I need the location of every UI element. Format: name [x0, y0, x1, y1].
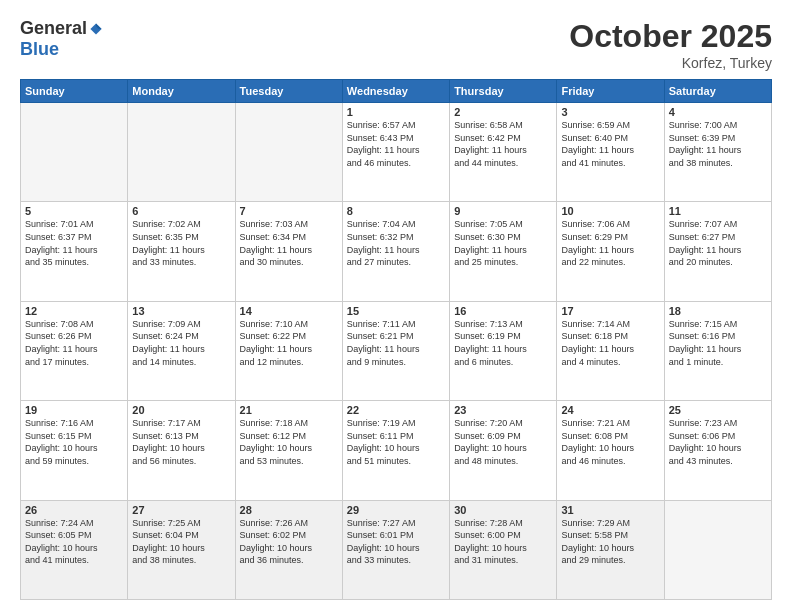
- table-row: [21, 103, 128, 202]
- day-number: 17: [561, 305, 659, 317]
- table-row: 16Sunrise: 7:13 AM Sunset: 6:19 PM Dayli…: [450, 301, 557, 400]
- day-number: 20: [132, 404, 230, 416]
- table-row: 5Sunrise: 7:01 AM Sunset: 6:37 PM Daylig…: [21, 202, 128, 301]
- table-row: 3Sunrise: 6:59 AM Sunset: 6:40 PM Daylig…: [557, 103, 664, 202]
- table-row: 2Sunrise: 6:58 AM Sunset: 6:42 PM Daylig…: [450, 103, 557, 202]
- day-info: Sunrise: 7:28 AM Sunset: 6:00 PM Dayligh…: [454, 517, 552, 567]
- day-info: Sunrise: 7:09 AM Sunset: 6:24 PM Dayligh…: [132, 318, 230, 368]
- day-number: 16: [454, 305, 552, 317]
- day-number: 19: [25, 404, 123, 416]
- day-info: Sunrise: 7:26 AM Sunset: 6:02 PM Dayligh…: [240, 517, 338, 567]
- day-number: 11: [669, 205, 767, 217]
- table-row: 20Sunrise: 7:17 AM Sunset: 6:13 PM Dayli…: [128, 401, 235, 500]
- table-row: 13Sunrise: 7:09 AM Sunset: 6:24 PM Dayli…: [128, 301, 235, 400]
- table-row: 22Sunrise: 7:19 AM Sunset: 6:11 PM Dayli…: [342, 401, 449, 500]
- day-number: 3: [561, 106, 659, 118]
- day-info: Sunrise: 7:15 AM Sunset: 6:16 PM Dayligh…: [669, 318, 767, 368]
- day-number: 15: [347, 305, 445, 317]
- day-info: Sunrise: 6:57 AM Sunset: 6:43 PM Dayligh…: [347, 119, 445, 169]
- day-number: 26: [25, 504, 123, 516]
- calendar-week-row: 1Sunrise: 6:57 AM Sunset: 6:43 PM Daylig…: [21, 103, 772, 202]
- logo: General Blue: [20, 18, 103, 60]
- page: General Blue October 2025 Korfez, Turkey…: [0, 0, 792, 612]
- day-info: Sunrise: 7:21 AM Sunset: 6:08 PM Dayligh…: [561, 417, 659, 467]
- day-info: Sunrise: 7:29 AM Sunset: 5:58 PM Dayligh…: [561, 517, 659, 567]
- table-row: 25Sunrise: 7:23 AM Sunset: 6:06 PM Dayli…: [664, 401, 771, 500]
- header-saturday: Saturday: [664, 80, 771, 103]
- calendar-week-row: 19Sunrise: 7:16 AM Sunset: 6:15 PM Dayli…: [21, 401, 772, 500]
- table-row: 23Sunrise: 7:20 AM Sunset: 6:09 PM Dayli…: [450, 401, 557, 500]
- table-row: 24Sunrise: 7:21 AM Sunset: 6:08 PM Dayli…: [557, 401, 664, 500]
- day-number: 29: [347, 504, 445, 516]
- header-wednesday: Wednesday: [342, 80, 449, 103]
- table-row: 30Sunrise: 7:28 AM Sunset: 6:00 PM Dayli…: [450, 500, 557, 599]
- day-number: 1: [347, 106, 445, 118]
- day-number: 7: [240, 205, 338, 217]
- table-row: 8Sunrise: 7:04 AM Sunset: 6:32 PM Daylig…: [342, 202, 449, 301]
- table-row: 12Sunrise: 7:08 AM Sunset: 6:26 PM Dayli…: [21, 301, 128, 400]
- day-number: 2: [454, 106, 552, 118]
- day-info: Sunrise: 7:18 AM Sunset: 6:12 PM Dayligh…: [240, 417, 338, 467]
- table-row: 15Sunrise: 7:11 AM Sunset: 6:21 PM Dayli…: [342, 301, 449, 400]
- calendar-week-row: 12Sunrise: 7:08 AM Sunset: 6:26 PM Dayli…: [21, 301, 772, 400]
- header-thursday: Thursday: [450, 80, 557, 103]
- day-info: Sunrise: 7:02 AM Sunset: 6:35 PM Dayligh…: [132, 218, 230, 268]
- day-number: 5: [25, 205, 123, 217]
- day-info: Sunrise: 7:19 AM Sunset: 6:11 PM Dayligh…: [347, 417, 445, 467]
- day-info: Sunrise: 7:23 AM Sunset: 6:06 PM Dayligh…: [669, 417, 767, 467]
- day-info: Sunrise: 7:27 AM Sunset: 6:01 PM Dayligh…: [347, 517, 445, 567]
- day-info: Sunrise: 7:24 AM Sunset: 6:05 PM Dayligh…: [25, 517, 123, 567]
- day-info: Sunrise: 7:06 AM Sunset: 6:29 PM Dayligh…: [561, 218, 659, 268]
- day-info: Sunrise: 7:11 AM Sunset: 6:21 PM Dayligh…: [347, 318, 445, 368]
- day-info: Sunrise: 7:04 AM Sunset: 6:32 PM Dayligh…: [347, 218, 445, 268]
- table-row: 26Sunrise: 7:24 AM Sunset: 6:05 PM Dayli…: [21, 500, 128, 599]
- day-info: Sunrise: 7:07 AM Sunset: 6:27 PM Dayligh…: [669, 218, 767, 268]
- day-info: Sunrise: 7:13 AM Sunset: 6:19 PM Dayligh…: [454, 318, 552, 368]
- table-row: [664, 500, 771, 599]
- logo-general-text: General: [20, 18, 87, 39]
- calendar-week-row: 5Sunrise: 7:01 AM Sunset: 6:37 PM Daylig…: [21, 202, 772, 301]
- month-title: October 2025: [569, 18, 772, 55]
- day-info: Sunrise: 6:59 AM Sunset: 6:40 PM Dayligh…: [561, 119, 659, 169]
- table-row: 9Sunrise: 7:05 AM Sunset: 6:30 PM Daylig…: [450, 202, 557, 301]
- day-number: 23: [454, 404, 552, 416]
- table-row: 10Sunrise: 7:06 AM Sunset: 6:29 PM Dayli…: [557, 202, 664, 301]
- table-row: 14Sunrise: 7:10 AM Sunset: 6:22 PM Dayli…: [235, 301, 342, 400]
- table-row: 18Sunrise: 7:15 AM Sunset: 6:16 PM Dayli…: [664, 301, 771, 400]
- day-info: Sunrise: 7:25 AM Sunset: 6:04 PM Dayligh…: [132, 517, 230, 567]
- day-number: 8: [347, 205, 445, 217]
- day-info: Sunrise: 7:00 AM Sunset: 6:39 PM Dayligh…: [669, 119, 767, 169]
- table-row: 6Sunrise: 7:02 AM Sunset: 6:35 PM Daylig…: [128, 202, 235, 301]
- table-row: 27Sunrise: 7:25 AM Sunset: 6:04 PM Dayli…: [128, 500, 235, 599]
- calendar-week-row: 26Sunrise: 7:24 AM Sunset: 6:05 PM Dayli…: [21, 500, 772, 599]
- table-row: 28Sunrise: 7:26 AM Sunset: 6:02 PM Dayli…: [235, 500, 342, 599]
- logo-blue-text: Blue: [20, 39, 59, 59]
- calendar-table: Sunday Monday Tuesday Wednesday Thursday…: [20, 79, 772, 600]
- day-info: Sunrise: 7:10 AM Sunset: 6:22 PM Dayligh…: [240, 318, 338, 368]
- day-number: 9: [454, 205, 552, 217]
- day-number: 10: [561, 205, 659, 217]
- header-tuesday: Tuesday: [235, 80, 342, 103]
- day-info: Sunrise: 7:03 AM Sunset: 6:34 PM Dayligh…: [240, 218, 338, 268]
- day-number: 12: [25, 305, 123, 317]
- header-sunday: Sunday: [21, 80, 128, 103]
- table-row: 17Sunrise: 7:14 AM Sunset: 6:18 PM Dayli…: [557, 301, 664, 400]
- day-number: 30: [454, 504, 552, 516]
- day-number: 4: [669, 106, 767, 118]
- table-row: 31Sunrise: 7:29 AM Sunset: 5:58 PM Dayli…: [557, 500, 664, 599]
- logo-icon: [89, 22, 103, 36]
- day-number: 22: [347, 404, 445, 416]
- day-number: 13: [132, 305, 230, 317]
- day-number: 24: [561, 404, 659, 416]
- table-row: 4Sunrise: 7:00 AM Sunset: 6:39 PM Daylig…: [664, 103, 771, 202]
- day-number: 28: [240, 504, 338, 516]
- table-row: 19Sunrise: 7:16 AM Sunset: 6:15 PM Dayli…: [21, 401, 128, 500]
- day-info: Sunrise: 7:14 AM Sunset: 6:18 PM Dayligh…: [561, 318, 659, 368]
- day-number: 14: [240, 305, 338, 317]
- day-number: 6: [132, 205, 230, 217]
- day-number: 27: [132, 504, 230, 516]
- table-row: 1Sunrise: 6:57 AM Sunset: 6:43 PM Daylig…: [342, 103, 449, 202]
- day-info: Sunrise: 7:20 AM Sunset: 6:09 PM Dayligh…: [454, 417, 552, 467]
- day-number: 31: [561, 504, 659, 516]
- header: General Blue October 2025 Korfez, Turkey: [20, 18, 772, 71]
